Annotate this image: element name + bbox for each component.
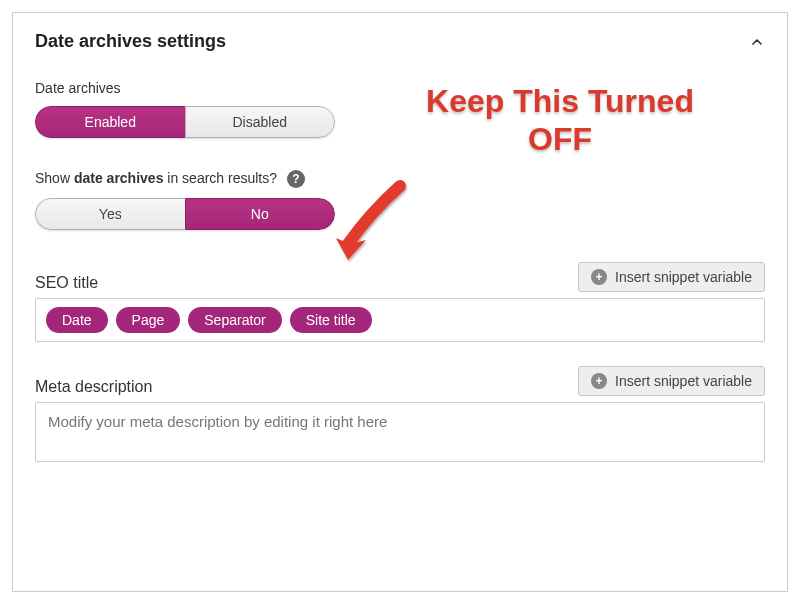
date-archives-enabled-button[interactable]: Enabled xyxy=(35,106,185,138)
meta-description-input[interactable]: Modify your meta description by editing … xyxy=(35,402,765,462)
snippet-pill-page[interactable]: Page xyxy=(116,307,181,333)
plus-circle-icon: + xyxy=(591,269,607,285)
help-icon[interactable]: ? xyxy=(287,170,305,188)
meta-description-insert-snippet-button[interactable]: + Insert snippet variable xyxy=(578,366,765,396)
show-in-search-yes-button[interactable]: Yes xyxy=(35,198,185,230)
snippet-pill-separator[interactable]: Separator xyxy=(188,307,281,333)
show-in-search-label: Show date archives in search results? ? xyxy=(35,170,765,188)
seo-title-input[interactable]: Date Page Separator Site title xyxy=(35,298,765,342)
show-in-search-toggle: Yes No xyxy=(35,198,335,230)
seo-title-label: SEO title xyxy=(35,274,98,292)
panel-title: Date archives settings xyxy=(35,31,226,52)
date-archives-toggle: Enabled Disabled xyxy=(35,106,335,138)
meta-description-placeholder: Modify your meta description by editing … xyxy=(48,413,387,430)
meta-description-label: Meta description xyxy=(35,378,152,396)
plus-circle-icon: + xyxy=(591,373,607,389)
meta-description-header: Meta description + Insert snippet variab… xyxy=(35,366,765,396)
seo-title-insert-snippet-button[interactable]: + Insert snippet variable xyxy=(578,262,765,292)
date-archives-label: Date archives xyxy=(35,80,765,96)
seo-title-header: SEO title + Insert snippet variable xyxy=(35,262,765,292)
snippet-pill-site-title[interactable]: Site title xyxy=(290,307,372,333)
panel-header: Date archives settings xyxy=(35,31,765,52)
date-archives-settings-panel: Date archives settings Date archives Ena… xyxy=(12,12,788,592)
collapse-caret-icon[interactable] xyxy=(749,34,765,50)
snippet-pill-date[interactable]: Date xyxy=(46,307,108,333)
show-in-search-no-button[interactable]: No xyxy=(185,198,336,230)
date-archives-disabled-button[interactable]: Disabled xyxy=(185,106,336,138)
